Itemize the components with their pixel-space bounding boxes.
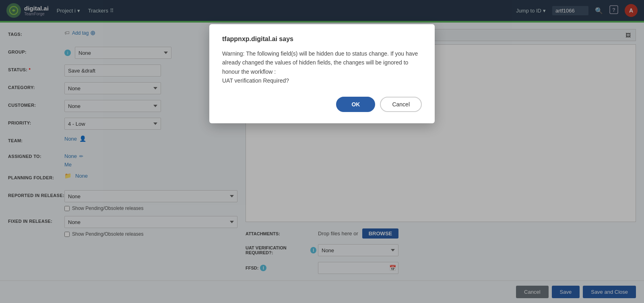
modal-dialog: tfappnxp.digital.ai says Warning: The fo… — [209, 24, 435, 123]
modal-actions: OK Cancel — [222, 97, 422, 112]
modal-title: tfappnxp.digital.ai says — [222, 35, 422, 43]
modal-ok-button[interactable]: OK — [336, 97, 375, 112]
modal-overlay: tfappnxp.digital.ai says Warning: The fo… — [0, 0, 644, 303]
modal-body: Warning: The following field(s) will be … — [222, 49, 422, 85]
modal-cancel-button[interactable]: Cancel — [380, 97, 422, 112]
